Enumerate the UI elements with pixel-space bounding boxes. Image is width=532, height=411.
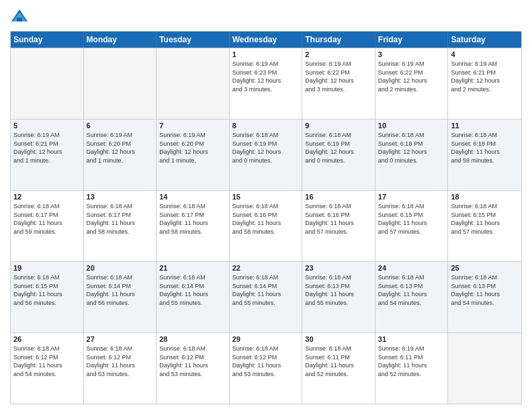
empty-cell: [84, 48, 157, 119]
calendar-day-30: 30Sunrise: 6:18 AM Sunset: 6:11 PM Dayli…: [302, 333, 375, 404]
day-number: 8: [232, 122, 300, 130]
day-info: Sunrise: 6:18 AM Sunset: 6:18 PM Dayligh…: [378, 131, 445, 165]
header-day-saturday: Saturday: [448, 32, 521, 48]
day-number: 13: [87, 193, 154, 201]
day-info: Sunrise: 6:18 AM Sunset: 6:12 PM Dayligh…: [87, 345, 154, 378]
calendar-day-31: 31Sunrise: 6:19 AM Sunset: 6:11 PM Dayli…: [375, 333, 449, 404]
calendar-week-3: 12Sunrise: 6:18 AM Sunset: 6:17 PM Dayli…: [11, 190, 521, 261]
calendar-day-15: 15Sunrise: 6:18 AM Sunset: 6:16 PM Dayli…: [230, 191, 303, 261]
day-info: Sunrise: 6:18 AM Sunset: 6:15 PM Dayligh…: [378, 202, 445, 236]
calendar-day-25: 25Sunrise: 6:18 AM Sunset: 6:13 PM Dayli…: [448, 262, 521, 332]
day-number: 14: [159, 193, 226, 201]
svg-rect-2: [17, 17, 22, 21]
day-info: Sunrise: 6:18 AM Sunset: 6:14 PM Dayligh…: [159, 273, 226, 307]
day-info: Sunrise: 6:18 AM Sunset: 6:17 PM Dayligh…: [87, 202, 154, 236]
day-number: 15: [232, 193, 300, 201]
calendar-day-8: 8Sunrise: 6:18 AM Sunset: 6:19 PM Daylig…: [230, 120, 303, 190]
page: SundayMondayTuesdayWednesdayThursdayFrid…: [0, 0, 532, 411]
calendar-day-24: 24Sunrise: 6:18 AM Sunset: 6:13 PM Dayli…: [375, 262, 449, 332]
calendar-day-1: 1Sunrise: 6:19 AM Sunset: 6:23 PM Daylig…: [230, 48, 303, 119]
day-info: Sunrise: 6:18 AM Sunset: 6:19 PM Dayligh…: [232, 131, 300, 165]
day-number: 24: [378, 264, 445, 272]
day-info: Sunrise: 6:18 AM Sunset: 6:11 PM Dayligh…: [305, 345, 372, 378]
day-number: 27: [87, 335, 154, 343]
calendar-day-16: 16Sunrise: 6:18 AM Sunset: 6:16 PM Dayli…: [302, 191, 375, 261]
day-info: Sunrise: 6:19 AM Sunset: 6:11 PM Dayligh…: [378, 345, 445, 378]
day-number: 21: [159, 264, 226, 272]
day-number: 20: [87, 264, 154, 272]
day-info: Sunrise: 6:18 AM Sunset: 6:14 PM Dayligh…: [232, 273, 300, 307]
day-number: 5: [13, 122, 81, 130]
day-number: 22: [232, 264, 300, 272]
header-day-sunday: Sunday: [11, 32, 84, 48]
day-info: Sunrise: 6:18 AM Sunset: 6:17 PM Dayligh…: [159, 202, 226, 236]
day-number: 10: [378, 122, 445, 130]
day-info: Sunrise: 6:18 AM Sunset: 6:12 PM Dayligh…: [159, 345, 226, 378]
day-info: Sunrise: 6:18 AM Sunset: 6:17 PM Dayligh…: [13, 202, 81, 236]
day-info: Sunrise: 6:18 AM Sunset: 6:12 PM Dayligh…: [13, 345, 81, 378]
calendar-day-3: 3Sunrise: 6:19 AM Sunset: 6:22 PM Daylig…: [375, 48, 449, 119]
calendar-day-26: 26Sunrise: 6:18 AM Sunset: 6:12 PM Dayli…: [11, 333, 84, 404]
calendar-day-9: 9Sunrise: 6:18 AM Sunset: 6:19 PM Daylig…: [302, 120, 375, 190]
calendar-week-4: 19Sunrise: 6:18 AM Sunset: 6:15 PM Dayli…: [11, 261, 521, 332]
calendar-day-27: 27Sunrise: 6:18 AM Sunset: 6:12 PM Dayli…: [84, 333, 157, 404]
calendar-day-20: 20Sunrise: 6:18 AM Sunset: 6:14 PM Dayli…: [84, 262, 157, 332]
calendar-day-17: 17Sunrise: 6:18 AM Sunset: 6:15 PM Dayli…: [375, 191, 449, 261]
calendar-day-2: 2Sunrise: 6:19 AM Sunset: 6:22 PM Daylig…: [302, 48, 375, 119]
header-day-friday: Friday: [375, 32, 449, 48]
header: [10, 7, 522, 26]
day-number: 17: [378, 193, 445, 201]
day-number: 9: [305, 122, 372, 130]
header-day-tuesday: Tuesday: [157, 32, 230, 48]
calendar-week-2: 5Sunrise: 6:19 AM Sunset: 6:21 PM Daylig…: [11, 119, 521, 190]
day-info: Sunrise: 6:18 AM Sunset: 6:16 PM Dayligh…: [305, 202, 372, 236]
header-day-wednesday: Wednesday: [230, 32, 303, 48]
calendar-header: SundayMondayTuesdayWednesdayThursdayFrid…: [11, 32, 521, 48]
day-number: 29: [232, 335, 300, 343]
day-info: Sunrise: 6:18 AM Sunset: 6:15 PM Dayligh…: [13, 273, 81, 307]
day-number: 2: [305, 50, 372, 58]
day-number: 7: [159, 122, 226, 130]
day-number: 30: [305, 335, 372, 343]
calendar-day-10: 10Sunrise: 6:18 AM Sunset: 6:18 PM Dayli…: [375, 120, 449, 190]
day-info: Sunrise: 6:18 AM Sunset: 6:16 PM Dayligh…: [232, 202, 300, 236]
day-number: 23: [305, 264, 372, 272]
day-info: Sunrise: 6:19 AM Sunset: 6:21 PM Dayligh…: [13, 131, 81, 165]
day-number: 11: [451, 122, 519, 130]
day-info: Sunrise: 6:19 AM Sunset: 6:20 PM Dayligh…: [87, 131, 154, 165]
day-number: 16: [305, 193, 372, 201]
day-info: Sunrise: 6:18 AM Sunset: 6:15 PM Dayligh…: [451, 202, 519, 236]
calendar-day-29: 29Sunrise: 6:18 AM Sunset: 6:12 PM Dayli…: [230, 333, 303, 404]
calendar-day-11: 11Sunrise: 6:18 AM Sunset: 6:18 PM Dayli…: [448, 120, 521, 190]
day-number: 19: [13, 264, 81, 272]
calendar-day-7: 7Sunrise: 6:19 AM Sunset: 6:20 PM Daylig…: [157, 120, 230, 190]
day-info: Sunrise: 6:18 AM Sunset: 6:13 PM Dayligh…: [305, 273, 372, 307]
calendar-day-4: 4Sunrise: 6:19 AM Sunset: 6:21 PM Daylig…: [448, 48, 521, 119]
day-info: Sunrise: 6:19 AM Sunset: 6:23 PM Dayligh…: [232, 60, 300, 93]
calendar-day-12: 12Sunrise: 6:18 AM Sunset: 6:17 PM Dayli…: [11, 191, 84, 261]
day-number: 28: [159, 335, 226, 343]
calendar-week-1: 1Sunrise: 6:19 AM Sunset: 6:23 PM Daylig…: [11, 48, 521, 119]
day-info: Sunrise: 6:19 AM Sunset: 6:20 PM Dayligh…: [159, 131, 226, 165]
logo: [10, 7, 30, 26]
calendar-day-28: 28Sunrise: 6:18 AM Sunset: 6:12 PM Dayli…: [157, 333, 230, 404]
header-day-thursday: Thursday: [302, 32, 375, 48]
calendar-day-13: 13Sunrise: 6:18 AM Sunset: 6:17 PM Dayli…: [84, 191, 157, 261]
day-number: 12: [13, 193, 81, 201]
day-number: 1: [232, 50, 300, 58]
calendar: SundayMondayTuesdayWednesdayThursdayFrid…: [10, 31, 522, 404]
calendar-day-19: 19Sunrise: 6:18 AM Sunset: 6:15 PM Dayli…: [11, 262, 84, 332]
empty-cell: [157, 48, 230, 119]
calendar-day-22: 22Sunrise: 6:18 AM Sunset: 6:14 PM Dayli…: [230, 262, 303, 332]
logo-icon: [10, 7, 29, 26]
day-number: 25: [451, 264, 519, 272]
day-number: 3: [378, 50, 445, 58]
day-info: Sunrise: 6:18 AM Sunset: 6:13 PM Dayligh…: [378, 273, 445, 307]
calendar-week-5: 26Sunrise: 6:18 AM Sunset: 6:12 PM Dayli…: [11, 332, 521, 404]
calendar-day-23: 23Sunrise: 6:18 AM Sunset: 6:13 PM Dayli…: [302, 262, 375, 332]
calendar-day-6: 6Sunrise: 6:19 AM Sunset: 6:20 PM Daylig…: [84, 120, 157, 190]
day-info: Sunrise: 6:19 AM Sunset: 6:22 PM Dayligh…: [305, 60, 372, 93]
calendar-day-21: 21Sunrise: 6:18 AM Sunset: 6:14 PM Dayli…: [157, 262, 230, 332]
day-number: 4: [451, 50, 519, 58]
header-day-monday: Monday: [84, 32, 157, 48]
